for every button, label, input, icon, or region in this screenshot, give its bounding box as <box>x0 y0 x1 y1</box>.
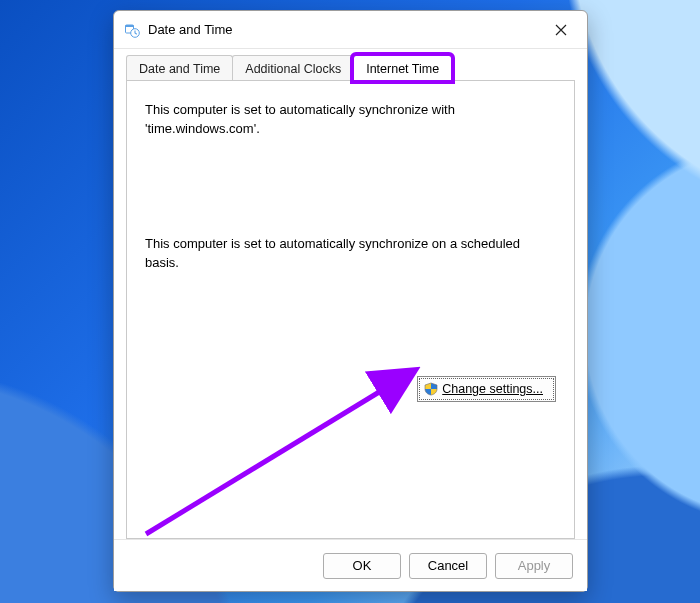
change-settings-button[interactable]: Change settings... <box>417 376 556 402</box>
cancel-label: Cancel <box>428 558 468 573</box>
change-settings-label: Change settings... <box>442 382 543 396</box>
titlebar: Date and Time <box>114 11 587 49</box>
tab-label: Date and Time <box>139 62 220 76</box>
tabstrip: Date and Time Additional Clocks Internet… <box>126 53 575 81</box>
clock-icon <box>124 22 140 38</box>
close-button[interactable] <box>539 15 583 45</box>
apply-button: Apply <box>495 553 573 579</box>
client-area: Date and Time Additional Clocks Internet… <box>114 49 587 539</box>
sync-server-text: This computer is set to automatically sy… <box>145 101 556 139</box>
window-title: Date and Time <box>148 22 539 37</box>
tab-internet-time[interactable]: Internet Time <box>353 55 452 81</box>
tab-label: Internet Time <box>366 62 439 76</box>
tab-date-and-time[interactable]: Date and Time <box>126 55 233 81</box>
apply-label: Apply <box>518 558 551 573</box>
sync-schedule-text: This computer is set to automatically sy… <box>145 235 556 273</box>
tab-additional-clocks[interactable]: Additional Clocks <box>232 55 354 81</box>
internet-time-panel: This computer is set to automatically sy… <box>126 80 575 539</box>
uac-shield-icon <box>424 382 438 396</box>
svg-rect-1 <box>126 25 134 27</box>
cancel-button[interactable]: Cancel <box>409 553 487 579</box>
ok-label: OK <box>353 558 372 573</box>
ok-button[interactable]: OK <box>323 553 401 579</box>
tab-label: Additional Clocks <box>245 62 341 76</box>
dialog-footer: OK Cancel Apply <box>114 539 587 591</box>
date-and-time-dialog: Date and Time Date and Time Additional C… <box>113 10 588 592</box>
